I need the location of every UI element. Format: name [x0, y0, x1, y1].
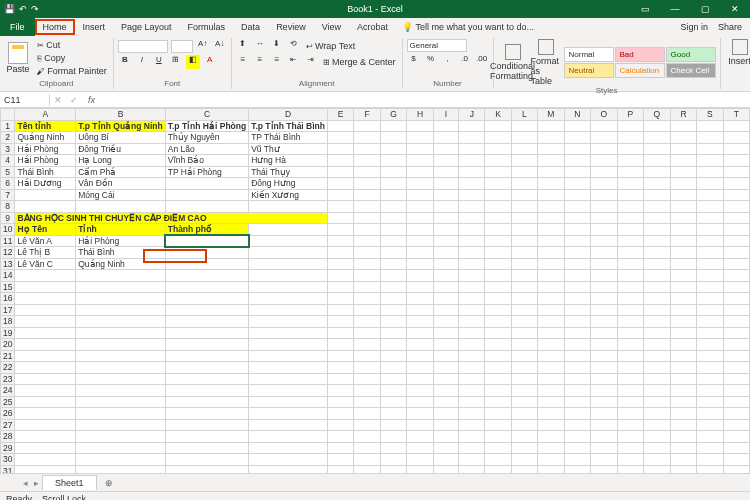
cell-D31[interactable]: [249, 465, 328, 473]
cell-A21[interactable]: [15, 350, 76, 362]
cell-B29[interactable]: [76, 442, 166, 454]
cell[interactable]: [697, 212, 723, 224]
cell-H18[interactable]: [407, 316, 434, 328]
cell-E15[interactable]: [327, 281, 353, 293]
cell-G23[interactable]: [380, 373, 407, 385]
cell-M21[interactable]: [537, 350, 564, 362]
cell-P10[interactable]: [617, 224, 643, 236]
cell-K8[interactable]: [485, 201, 511, 213]
cell-S27[interactable]: [697, 419, 723, 431]
cell-F29[interactable]: [354, 442, 380, 454]
cell-G5[interactable]: [380, 166, 407, 178]
cell-L8[interactable]: [511, 201, 537, 213]
format-as-table-button[interactable]: Format as Table: [531, 39, 561, 86]
cell-D10[interactable]: [249, 224, 328, 236]
col-header-C[interactable]: C: [165, 109, 248, 121]
cell[interactable]: [433, 212, 459, 224]
cell-K24[interactable]: [485, 385, 511, 397]
signin-link[interactable]: Sign in: [680, 22, 708, 32]
cell-S23[interactable]: [697, 373, 723, 385]
cell-K2[interactable]: [485, 132, 511, 144]
cell-B23[interactable]: [76, 373, 166, 385]
cell-S19[interactable]: [697, 327, 723, 339]
cell-P5[interactable]: [617, 166, 643, 178]
cell-L30[interactable]: [511, 454, 537, 466]
cell-R25[interactable]: [670, 396, 697, 408]
cell-J23[interactable]: [459, 373, 485, 385]
cell-O28[interactable]: [591, 431, 618, 443]
cell-K17[interactable]: [485, 304, 511, 316]
cell-H12[interactable]: [407, 247, 434, 259]
cell-I5[interactable]: [433, 166, 459, 178]
cell-N15[interactable]: [564, 281, 591, 293]
cell-I23[interactable]: [433, 373, 459, 385]
cell-F31[interactable]: [354, 465, 380, 473]
cell-H23[interactable]: [407, 373, 434, 385]
cell-S31[interactable]: [697, 465, 723, 473]
cell-T3[interactable]: [723, 143, 749, 155]
cell-B17[interactable]: [76, 304, 166, 316]
cell-P19[interactable]: [617, 327, 643, 339]
cell-P27[interactable]: [617, 419, 643, 431]
cell-H6[interactable]: [407, 178, 434, 190]
cell-O26[interactable]: [591, 408, 618, 420]
cell-P18[interactable]: [617, 316, 643, 328]
cell-C15[interactable]: [165, 281, 248, 293]
save-icon[interactable]: 💾: [4, 4, 15, 14]
cell-A26[interactable]: [15, 408, 76, 420]
cell-D30[interactable]: [249, 454, 328, 466]
cell-K23[interactable]: [485, 373, 511, 385]
col-header-L[interactable]: L: [511, 109, 537, 121]
cell-Q1[interactable]: [644, 120, 671, 132]
cell-P2[interactable]: [617, 132, 643, 144]
cell[interactable]: [644, 212, 671, 224]
cell-H25[interactable]: [407, 396, 434, 408]
style-neutral[interactable]: Neutral: [564, 63, 614, 78]
cell-M18[interactable]: [537, 316, 564, 328]
cell-Q14[interactable]: [644, 270, 671, 282]
cell-P31[interactable]: [617, 465, 643, 473]
cell-D7[interactable]: Kiến Xương: [249, 189, 328, 201]
comma-icon[interactable]: ,: [441, 54, 455, 68]
cell-G12[interactable]: [380, 247, 407, 259]
cell-E3[interactable]: [327, 143, 353, 155]
cell-E16[interactable]: [327, 293, 353, 305]
cell-E21[interactable]: [327, 350, 353, 362]
align-center-icon[interactable]: ≡: [253, 55, 267, 69]
ribbon-options-icon[interactable]: ▭: [630, 4, 660, 14]
cell-I28[interactable]: [433, 431, 459, 443]
cell-J6[interactable]: [459, 178, 485, 190]
cell-C11[interactable]: [165, 235, 248, 247]
cell-M7[interactable]: [537, 189, 564, 201]
cell-E19[interactable]: [327, 327, 353, 339]
cell-Q6[interactable]: [644, 178, 671, 190]
cell-Q13[interactable]: [644, 258, 671, 270]
cell-E25[interactable]: [327, 396, 353, 408]
undo-icon[interactable]: ↶: [19, 4, 27, 14]
cell-G8[interactable]: [380, 201, 407, 213]
cell-G30[interactable]: [380, 454, 407, 466]
cell-B31[interactable]: [76, 465, 166, 473]
cell-I25[interactable]: [433, 396, 459, 408]
cell-I21[interactable]: [433, 350, 459, 362]
cell-H26[interactable]: [407, 408, 434, 420]
col-header-K[interactable]: K: [485, 109, 511, 121]
cell-O14[interactable]: [591, 270, 618, 282]
cell-D12[interactable]: [249, 247, 328, 259]
cell-A18[interactable]: [15, 316, 76, 328]
cell-A31[interactable]: [15, 465, 76, 473]
cell-M4[interactable]: [537, 155, 564, 167]
cell-E5[interactable]: [327, 166, 353, 178]
cell-H3[interactable]: [407, 143, 434, 155]
cell-R10[interactable]: [670, 224, 697, 236]
cell-C30[interactable]: [165, 454, 248, 466]
cell-C28[interactable]: [165, 431, 248, 443]
cell-O13[interactable]: [591, 258, 618, 270]
cell-F7[interactable]: [354, 189, 380, 201]
cell-Q17[interactable]: [644, 304, 671, 316]
cell-L19[interactable]: [511, 327, 537, 339]
cell-N24[interactable]: [564, 385, 591, 397]
cell-F12[interactable]: [354, 247, 380, 259]
cell-J10[interactable]: [459, 224, 485, 236]
cell-H17[interactable]: [407, 304, 434, 316]
